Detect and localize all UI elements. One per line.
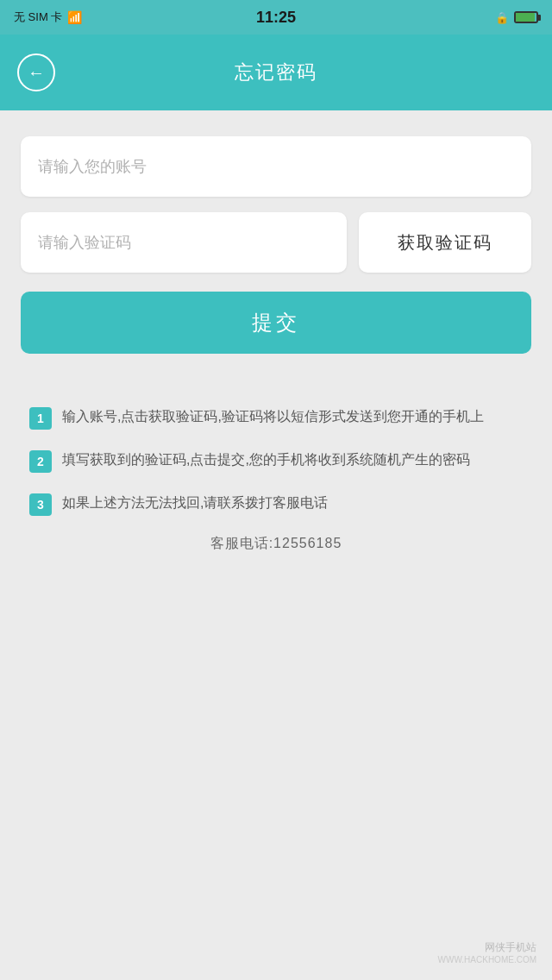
nav-bar: ← 忘记密码 — [0, 35, 552, 110]
customer-service: 客服电话:12556185 — [29, 535, 523, 553]
step-badge-2: 2 — [29, 450, 52, 473]
watermark-site: 网侠手机站 — [438, 940, 536, 955]
step-badge-1: 1 — [29, 407, 52, 430]
account-input[interactable] — [21, 136, 531, 197]
wifi-icon: 📶 — [67, 10, 82, 24]
verification-code-input[interactable] — [21, 212, 347, 273]
status-bar: 无 SIM 卡 📶 11:25 🔒 — [0, 0, 552, 35]
page-title: 忘记密码 — [235, 60, 317, 85]
instruction-item-3: 3 如果上述方法无法找回,请联系拨打客服电话 — [29, 492, 523, 516]
instructions-section: 1 输入账号,点击获取验证码,验证码将以短信形式发送到您开通的手机上 2 填写获… — [21, 405, 531, 553]
battery-fill — [516, 13, 535, 22]
content-area: 获取验证码 提交 1 输入账号,点击获取验证码,验证码将以短信形式发送到您开通的… — [0, 110, 552, 980]
instruction-text-2: 填写获取到的验证码,点击提交,您的手机将收到系统随机产生的密码 — [62, 449, 523, 471]
status-right: 🔒 — [495, 11, 538, 24]
instruction-item-2: 2 填写获取到的验证码,点击提交,您的手机将收到系统随机产生的密码 — [29, 449, 523, 473]
watermark-url: WWW.HACKHOME.COM — [438, 955, 536, 964]
battery-icon — [514, 11, 538, 23]
instruction-text-3: 如果上述方法无法找回,请联系拨打客服电话 — [62, 492, 523, 514]
status-time: 11:25 — [256, 9, 296, 27]
instruction-text-1: 输入账号,点击获取验证码,验证码将以短信形式发送到您开通的手机上 — [62, 405, 523, 428]
status-left: 无 SIM 卡 📶 — [14, 9, 82, 25]
lock-icon: 🔒 — [495, 11, 509, 24]
get-code-button[interactable]: 获取验证码 — [359, 212, 531, 273]
instruction-item-1: 1 输入账号,点击获取验证码,验证码将以短信形式发送到您开通的手机上 — [29, 405, 523, 430]
code-row: 获取验证码 — [21, 212, 531, 273]
submit-button[interactable]: 提交 — [21, 292, 531, 354]
back-icon: ← — [28, 63, 45, 83]
watermark: 网侠手机站 WWW.HACKHOME.COM — [438, 940, 536, 964]
carrier-text: 无 SIM 卡 — [14, 9, 62, 25]
back-button[interactable]: ← — [17, 53, 55, 91]
step-badge-3: 3 — [29, 493, 52, 516]
